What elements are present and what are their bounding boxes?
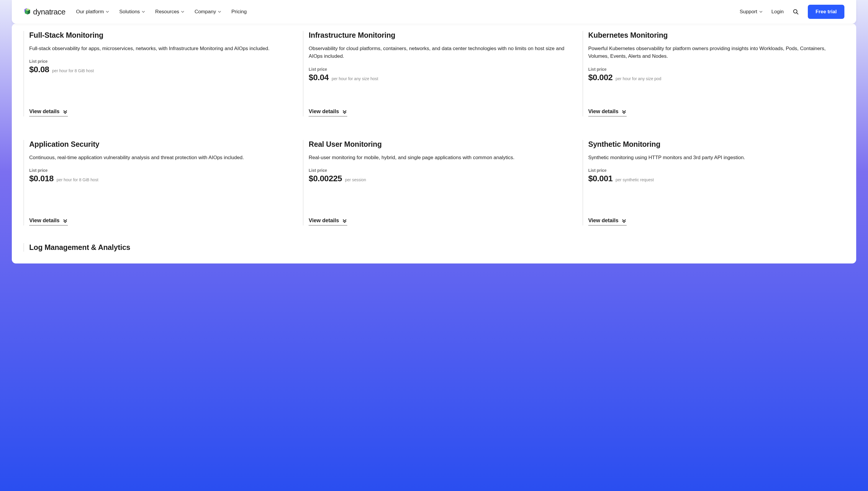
card-title: Infrastructure Monitoring — [308, 31, 565, 39]
nav-pricing[interactable]: Pricing — [231, 9, 247, 15]
card-desc: Synthetic monitoring using HTTP monitors… — [588, 154, 844, 162]
list-price-label: List price — [308, 168, 565, 173]
price-row: $0.001 per synthetic request — [588, 174, 844, 183]
view-details-label: View details — [588, 218, 619, 224]
nav-label: Resources — [155, 9, 179, 15]
pricing-card-app-security: Application Security Continuous, real-ti… — [24, 140, 285, 226]
view-details-label: View details — [29, 218, 60, 224]
view-details-label: View details — [29, 109, 60, 115]
nav-label: Pricing — [231, 9, 247, 15]
view-details-link[interactable]: View details — [29, 109, 68, 116]
price-row: $0.00225 per session — [308, 174, 565, 183]
svg-line-1 — [797, 13, 798, 15]
nav-our-platform[interactable]: Our platform — [76, 9, 109, 15]
card-desc: Observability for cloud platforms, conta… — [308, 45, 565, 60]
price-row: $0.08 per hour for 8 GiB host — [29, 65, 285, 74]
view-details-link[interactable]: View details — [308, 218, 347, 226]
list-price-label: List price — [29, 168, 285, 173]
pricing-card-synthetic: Synthetic Monitoring Synthetic monitorin… — [583, 140, 844, 226]
card-desc: Real-user monitoring for mobile, hybrid,… — [308, 154, 565, 162]
view-details-link[interactable]: View details — [29, 218, 68, 226]
logo-icon — [24, 8, 31, 16]
double-chevron-down-icon — [621, 218, 627, 223]
view-details-label: View details — [308, 109, 339, 115]
nav-company[interactable]: Company — [194, 9, 221, 15]
free-trial-button[interactable]: Free trial — [808, 5, 844, 19]
card-title: Application Security — [29, 140, 285, 148]
view-details-link[interactable]: View details — [588, 109, 627, 116]
view-details-label: View details — [588, 109, 619, 115]
logo-text: dynatrace — [33, 7, 65, 17]
price-row: $0.04 per hour for any size host — [308, 73, 565, 82]
price-row: $0.018 per hour for 8 GiB host — [29, 174, 285, 183]
search-icon[interactable] — [792, 8, 799, 15]
main-nav: Our platform Solutions Resources Company… — [76, 9, 740, 15]
chevron-down-icon — [142, 10, 145, 13]
card-title: Kubernetes Monitoring — [588, 31, 844, 39]
card-title: Real User Monitoring — [308, 140, 565, 148]
card-desc: Powerful Kubernetes observability for pl… — [588, 45, 844, 60]
price-unit: per hour for 8 GiB host — [57, 177, 99, 182]
site-header: dynatrace Our platform Solutions Resourc… — [12, 0, 856, 24]
card-desc: Continuous, real-time application vulner… — [29, 154, 285, 162]
price: $0.018 — [29, 174, 54, 183]
double-chevron-down-icon — [62, 109, 68, 114]
list-price-label: List price — [29, 59, 285, 64]
price-unit: per session — [345, 177, 366, 182]
chevron-down-icon — [181, 10, 184, 13]
nav-label: Solutions — [119, 9, 140, 15]
nav-resources[interactable]: Resources — [155, 9, 184, 15]
pricing-card-rum: Real User Monitoring Real-user monitorin… — [303, 140, 565, 226]
chevron-down-icon — [106, 10, 109, 13]
header-right: Support Login Free trial — [740, 5, 844, 19]
price-unit: per synthetic request — [616, 177, 654, 182]
chevron-down-icon — [759, 10, 763, 13]
nav-login[interactable]: Login — [771, 9, 784, 15]
double-chevron-down-icon — [62, 218, 68, 223]
chevron-down-icon — [218, 10, 221, 13]
price-unit: per hour for 8 GiB host — [52, 68, 94, 73]
price: $0.04 — [308, 73, 329, 82]
view-details-link[interactable]: View details — [308, 109, 347, 116]
nav-label: Our platform — [76, 9, 104, 15]
card-title: Full-Stack Monitoring — [29, 31, 285, 39]
card-title: Synthetic Monitoring — [588, 140, 844, 148]
logo[interactable]: dynatrace — [24, 7, 65, 17]
price-unit: per hour for any size host — [332, 76, 378, 81]
double-chevron-down-icon — [342, 109, 347, 114]
svg-point-0 — [794, 10, 797, 13]
nav-label: Login — [771, 9, 784, 15]
pricing-panel: Full-Stack Monitoring Full-stack observa… — [12, 24, 856, 263]
nav-support[interactable]: Support — [740, 9, 763, 15]
list-price-label: List price — [588, 168, 844, 173]
pricing-grid: Full-Stack Monitoring Full-stack observa… — [24, 31, 844, 226]
list-price-label: List price — [308, 67, 565, 71]
double-chevron-down-icon — [342, 218, 347, 223]
pricing-card-infrastructure: Infrastructure Monitoring Observability … — [303, 31, 565, 116]
nav-label: Company — [194, 9, 216, 15]
price: $0.00225 — [308, 174, 342, 183]
price: $0.002 — [588, 73, 613, 82]
view-details-link[interactable]: View details — [588, 218, 627, 226]
card-desc: Full-stack observability for apps, micro… — [29, 45, 285, 53]
price: $0.001 — [588, 174, 613, 183]
pricing-card-kubernetes: Kubernetes Monitoring Powerful Kubernete… — [583, 31, 844, 116]
section-heading-log-management: Log Management & Analytics — [24, 243, 844, 252]
price-row: $0.002 per hour for any size pod — [588, 73, 844, 82]
list-price-label: List price — [588, 67, 844, 71]
double-chevron-down-icon — [621, 109, 627, 114]
price: $0.08 — [29, 65, 49, 74]
nav-solutions[interactable]: Solutions — [119, 9, 145, 15]
nav-label: Support — [740, 9, 757, 15]
price-unit: per hour for any size pod — [616, 76, 661, 81]
view-details-label: View details — [308, 218, 339, 224]
pricing-card-full-stack: Full-Stack Monitoring Full-stack observa… — [24, 31, 285, 116]
